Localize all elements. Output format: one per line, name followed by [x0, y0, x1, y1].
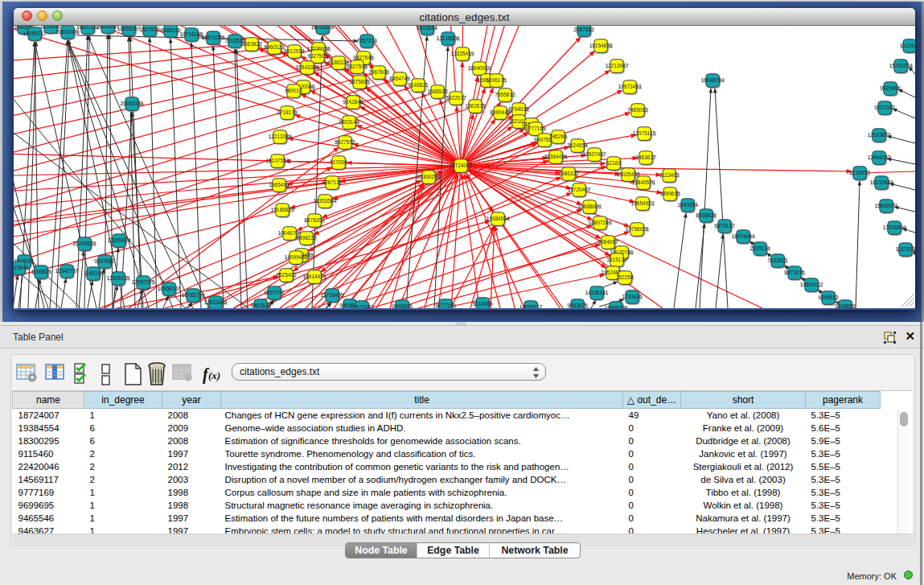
svg-text:17957275: 17957275 [132, 279, 155, 285]
svg-text:12444157: 12444157 [868, 154, 891, 160]
svg-text:8938928: 8938928 [696, 212, 717, 218]
svg-text:7632621: 7632621 [767, 257, 788, 263]
svg-text:1588520: 1588520 [427, 89, 448, 94]
svg-text:1640954: 1640954 [677, 202, 698, 208]
svg-text:9777169: 9777169 [435, 303, 456, 308]
svg-text:15716485: 15716485 [321, 292, 344, 298]
svg-text:14569117: 14569117 [519, 304, 543, 308]
svg-text:7485063: 7485063 [627, 107, 648, 113]
svg-text:15720407: 15720407 [568, 187, 591, 192]
svg-text:7625402: 7625402 [276, 272, 297, 278]
svg-text:17359924: 17359924 [108, 237, 131, 243]
svg-text:9777169: 9777169 [525, 126, 546, 131]
svg-text:12923448: 12923448 [204, 299, 228, 305]
svg-text:7955812: 7955812 [495, 92, 515, 97]
svg-text:746266: 746266 [549, 134, 567, 139]
svg-text:9463627: 9463627 [635, 154, 656, 160]
svg-text:10973493: 10973493 [618, 84, 642, 89]
svg-text:(x): (x) [208, 369, 220, 381]
svg-text:5322037: 5322037 [446, 95, 466, 101]
svg-text:13218506: 13218506 [437, 35, 460, 41]
svg-text:10654112: 10654112 [800, 282, 823, 287]
svg-text:9115460: 9115460 [473, 301, 493, 307]
svg-text:18474444: 18474444 [732, 233, 755, 239]
svg-text:1145194: 1145194 [84, 270, 104, 276]
svg-text:12093872: 12093872 [868, 132, 891, 138]
svg-text:1615132: 1615132 [606, 257, 627, 262]
svg-text:9457791: 9457791 [264, 290, 285, 295]
svg-text:12923447: 12923447 [351, 304, 374, 308]
svg-text:10655267: 10655267 [117, 26, 141, 31]
svg-text:3624554: 3624554 [567, 142, 588, 148]
svg-text:20206535: 20206535 [73, 241, 97, 246]
svg-text:11353584: 11353584 [314, 198, 337, 204]
svg-text:7357224: 7357224 [356, 38, 377, 43]
svg-text:10719185: 10719185 [180, 31, 203, 37]
svg-text:2087682: 2087682 [573, 27, 594, 32]
svg-text:14055717: 14055717 [23, 31, 47, 36]
svg-text:9084067: 9084067 [598, 239, 618, 245]
svg-text:15751074: 15751074 [889, 63, 913, 68]
svg-text:13849576: 13849576 [632, 179, 655, 185]
svg-text:8498222: 8498222 [296, 235, 317, 241]
svg-text:8960123: 8960123 [264, 44, 285, 50]
svg-text:9146821: 9146821 [408, 82, 429, 88]
svg-text:252254: 252254 [616, 274, 634, 280]
svg-text:12905135: 12905135 [107, 275, 130, 281]
svg-text:10653287: 10653287 [97, 26, 120, 29]
svg-text:15692971: 15692971 [875, 203, 898, 208]
svg-text:16671355: 16671355 [202, 35, 225, 40]
svg-text:9242848: 9242848 [343, 99, 363, 105]
svg-text:10543382: 10543382 [296, 64, 319, 70]
svg-text:1156829: 1156829 [31, 269, 51, 274]
svg-text:6466160: 6466160 [160, 27, 181, 33]
svg-text:16154838: 16154838 [589, 43, 613, 48]
svg-text:62160: 62160 [606, 160, 621, 166]
svg-text:18640910: 18640910 [468, 65, 491, 71]
svg-text:2967608: 2967608 [368, 69, 389, 75]
svg-text:16210643: 16210643 [870, 179, 893, 185]
svg-text:2803144: 2803144 [339, 119, 359, 125]
svg-text:9227342: 9227342 [874, 105, 895, 110]
svg-text:7663822: 7663822 [241, 41, 262, 47]
svg-text:6794028: 6794028 [508, 106, 529, 112]
svg-text:19166829: 19166829 [271, 207, 294, 212]
svg-text:16648784: 16648784 [701, 77, 725, 83]
svg-text:8813054: 8813054 [417, 26, 437, 31]
svg-text:9327546: 9327546 [353, 55, 374, 60]
svg-text:20364436: 20364436 [544, 154, 568, 159]
svg-text:1965493: 1965493 [269, 182, 290, 187]
svg-text:917006: 917006 [330, 159, 347, 165]
svg-text:9463628: 9463628 [250, 303, 271, 308]
svg-text:9699695: 9699695 [392, 303, 413, 308]
svg-text:9899695: 9899695 [659, 191, 680, 196]
svg-text:12342737: 12342737 [55, 268, 79, 274]
svg-text:1696175: 1696175 [486, 77, 507, 83]
svg-text:9327503: 9327503 [307, 53, 328, 59]
svg-text:3875685: 3875685 [349, 79, 370, 84]
svg-text:10958107: 10958107 [158, 286, 181, 291]
svg-text:1112420: 1112420 [900, 43, 915, 48]
svg-text:1362615: 1362615 [465, 103, 486, 109]
svg-text:14136141: 14136141 [585, 290, 609, 295]
svg-text:10025438: 10025438 [617, 171, 640, 177]
svg-text:16914479: 16914479 [303, 274, 326, 279]
svg-text:3915941: 3915941 [14, 265, 29, 270]
svg-text:9397587: 9397587 [94, 258, 115, 264]
svg-text:6879197: 6879197 [714, 223, 735, 229]
svg-text:20691406: 20691406 [56, 29, 80, 35]
svg-text:9113463: 9113463 [659, 172, 680, 178]
svg-text:2935114: 2935114 [750, 245, 770, 251]
svg-text:7986322: 7986322 [558, 171, 579, 176]
svg-text:1167533: 1167533 [896, 246, 915, 252]
svg-text:8990448: 8990448 [490, 109, 511, 115]
svg-text:18724007: 18724007 [450, 163, 473, 168]
svg-text:8427552: 8427552 [335, 139, 355, 145]
svg-text:14099488: 14099488 [285, 254, 308, 260]
svg-text:989013: 989013 [285, 88, 302, 93]
svg-text:8912954: 8912954 [284, 48, 305, 54]
svg-text:2718176: 2718176 [277, 109, 298, 115]
svg-text:17016504: 17016504 [883, 225, 906, 230]
svg-text:8471676: 8471676 [784, 270, 805, 275]
svg-text:8267110: 8267110 [322, 179, 343, 185]
